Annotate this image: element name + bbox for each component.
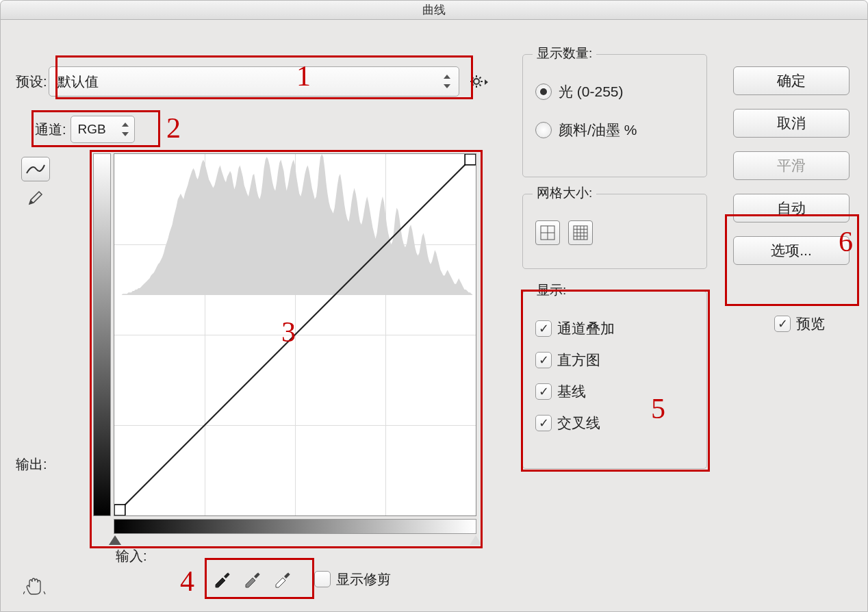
check-histogram[interactable]: ✓直方图 [535, 350, 694, 370]
preview-label: 预览 [796, 314, 825, 333]
show-clipping-label: 显示修剪 [336, 570, 391, 589]
radio-light-label: 光 (0-255) [559, 82, 624, 101]
auto-button[interactable]: 自动 [733, 194, 850, 222]
white-point-slider[interactable] [470, 535, 482, 545]
output-gradient [93, 153, 111, 516]
targeted-adjustment-tool[interactable] [21, 574, 49, 599]
curve-graph-area [93, 153, 476, 516]
chevron-updown-icon [122, 123, 130, 136]
svg-point-0 [474, 79, 479, 84]
grid-small-button[interactable] [568, 220, 593, 245]
radio-light[interactable]: 光 (0-255) [535, 82, 694, 101]
checkbox-icon: ✓ [774, 316, 791, 332]
pencil-icon [27, 189, 44, 207]
ok-button[interactable]: 确定 [733, 66, 850, 95]
curve-canvas[interactable] [114, 153, 476, 516]
radio-icon [535, 122, 552, 138]
hand-icon [23, 576, 47, 597]
cancel-button[interactable]: 取消 [733, 109, 850, 138]
svg-rect-11 [465, 154, 476, 165]
grid-large-button[interactable] [535, 220, 560, 245]
preset-label: 预设: [16, 73, 47, 91]
show-clipping-checkbox[interactable]: 显示修剪 [314, 570, 391, 589]
input-gradient [114, 519, 476, 534]
smooth-label: 平滑 [777, 156, 806, 175]
check-baseline[interactable]: ✓基线 [535, 382, 694, 401]
black-point-eyedropper[interactable] [209, 567, 233, 591]
curve-draw-tool[interactable] [21, 186, 50, 210]
gear-icon [470, 74, 489, 89]
window-title: 曲线 [422, 3, 446, 16]
cancel-label: 取消 [777, 114, 806, 133]
options-label: 选项... [771, 241, 812, 260]
channel-label: 通道: [35, 120, 66, 139]
check-intersection[interactable]: ✓交叉线 [535, 413, 694, 433]
checkbox-icon: ✓ [535, 383, 552, 400]
channel-select[interactable]: RGB [71, 116, 135, 143]
chevron-updown-icon [444, 75, 452, 88]
curve-icon [25, 162, 46, 176]
check-intersection-label: 交叉线 [557, 413, 600, 433]
checkbox-icon: ✓ [535, 320, 552, 337]
checkbox-icon: ✓ [535, 415, 552, 431]
radio-pigment-label: 颜料/油墨 % [559, 120, 637, 140]
white-point-eyedropper[interactable] [269, 567, 294, 591]
curve-point-tool[interactable] [21, 157, 50, 181]
preset-menu-button[interactable] [469, 71, 489, 92]
checkbox-icon [314, 571, 331, 587]
show-group: 显示: ✓通道叠加 ✓直方图 ✓基线 ✓交叉线 [522, 291, 707, 469]
black-point-slider[interactable] [109, 535, 121, 545]
check-overlay-label: 通道叠加 [557, 319, 615, 338]
curves-dialog: 曲线 预设: 默认值 [0, 0, 868, 612]
eyedropper-group [206, 564, 296, 594]
title-bar: 曲线 [1, 1, 867, 20]
channel-value: RGB [78, 122, 106, 137]
svg-line-8 [479, 77, 481, 79]
preview-checkbox[interactable]: ✓ 预览 [774, 314, 825, 333]
check-baseline-label: 基线 [557, 382, 586, 401]
annotation-num-4: 4 [180, 565, 194, 598]
ok-label: 确定 [777, 71, 806, 90]
eyedropper-icon [212, 570, 231, 589]
grid-small-icon [573, 225, 588, 240]
checkbox-icon: ✓ [535, 352, 552, 368]
svg-line-5 [472, 77, 473, 79]
check-overlay[interactable]: ✓通道叠加 [535, 319, 694, 338]
show-title: 显示: [533, 281, 570, 299]
eyedropper-icon [272, 570, 291, 589]
auto-label: 自动 [777, 199, 806, 218]
curve-line [114, 154, 476, 515]
grid-size-group: 网格大小: [522, 194, 707, 269]
svg-line-9 [114, 154, 476, 515]
options-button[interactable]: 选项... [733, 236, 850, 265]
svg-rect-10 [114, 505, 125, 515]
display-amount-group: 显示数量: 光 (0-255) 颜料/油墨 % [522, 54, 707, 177]
svg-line-7 [472, 84, 473, 86]
grid-large-icon [540, 225, 555, 240]
annotation-num-2: 2 [166, 112, 181, 144]
radio-pigment[interactable]: 颜料/油墨 % [535, 120, 694, 140]
smooth-button[interactable]: 平滑 [733, 151, 850, 180]
grid-size-title: 网格大小: [533, 184, 596, 202]
gray-point-eyedropper[interactable] [239, 567, 264, 591]
display-amount-title: 显示数量: [533, 44, 596, 62]
svg-line-6 [479, 84, 481, 86]
check-histogram-label: 直方图 [557, 350, 600, 370]
output-label: 输出: [16, 455, 47, 474]
radio-icon [535, 84, 552, 100]
input-label: 输入: [116, 547, 147, 565]
eyedropper-icon [242, 570, 261, 589]
preset-select[interactable]: 默认值 [49, 66, 459, 97]
preset-value: 默认值 [58, 73, 99, 91]
